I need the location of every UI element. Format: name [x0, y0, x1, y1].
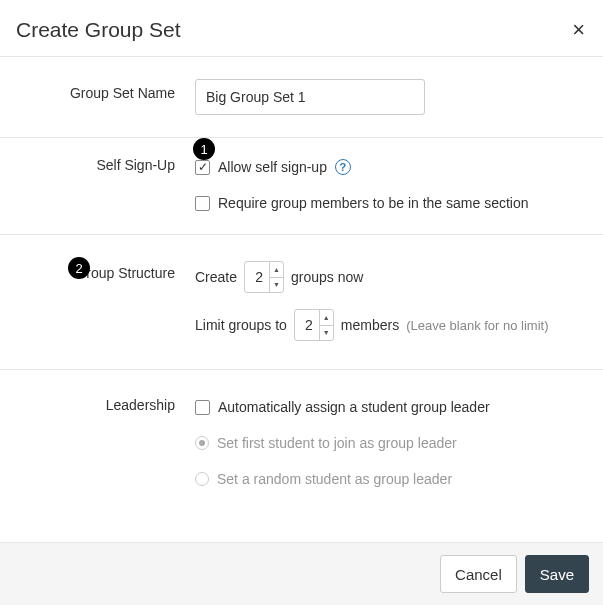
limit-groups-stepper[interactable]: 2 ▲ ▼: [294, 309, 334, 341]
modal-title: Create Group Set: [16, 18, 181, 42]
limit-groups-prefix: Limit groups to: [195, 317, 287, 333]
random-student-leader-label: Set a random student as group leader: [217, 471, 452, 487]
section-group-structure: Group Structure 2 Create 2 ▲ ▼ groups no…: [0, 235, 603, 370]
group-set-name-input[interactable]: [195, 79, 425, 115]
section-self-sign-up: Self Sign-Up 1 Allow self sign-up ? Requ…: [0, 138, 603, 235]
section-group-set-name: Group Set Name: [0, 57, 603, 138]
chevron-down-icon[interactable]: ▼: [320, 326, 333, 341]
create-group-set-modal: Create Group Set × Group Set Name Self S…: [0, 0, 603, 512]
annotation-badge-1: 1: [193, 138, 215, 160]
cancel-button[interactable]: Cancel: [440, 555, 517, 593]
create-groups-prefix: Create: [195, 269, 237, 285]
auto-assign-leader-label: Automatically assign a student group lea…: [218, 399, 490, 415]
stepper-controls: ▲ ▼: [269, 262, 283, 292]
allow-self-sign-up-checkbox[interactable]: [195, 160, 210, 175]
same-section-checkbox[interactable]: [195, 196, 210, 211]
leadership-label: Leadership: [106, 397, 175, 413]
modal-footer: Cancel Save: [0, 542, 603, 605]
group-set-name-label: Group Set Name: [0, 79, 195, 115]
same-section-label: Require group members to be in the same …: [218, 195, 529, 211]
first-student-leader-label: Set first student to join as group leade…: [217, 435, 457, 451]
close-icon[interactable]: ×: [572, 19, 585, 41]
group-structure-label: Group Structure: [75, 265, 175, 281]
self-sign-up-label: Self Sign-Up: [96, 157, 175, 173]
save-button[interactable]: Save: [525, 555, 589, 593]
allow-self-sign-up-label: Allow self sign-up: [218, 159, 327, 175]
chevron-up-icon[interactable]: ▲: [320, 310, 333, 326]
section-leadership: Leadership Automatically assign a studen…: [0, 370, 603, 512]
annotation-badge-2: 2: [68, 257, 90, 279]
random-student-leader-radio: [195, 472, 209, 486]
auto-assign-leader-checkbox[interactable]: [195, 400, 210, 415]
modal-header: Create Group Set ×: [0, 0, 603, 57]
chevron-up-icon[interactable]: ▲: [270, 262, 283, 278]
stepper-controls: ▲ ▼: [319, 310, 333, 340]
limit-groups-value: 2: [295, 310, 319, 340]
limit-groups-suffix: members: [341, 317, 399, 333]
create-groups-value: 2: [245, 262, 269, 292]
chevron-down-icon[interactable]: ▼: [270, 278, 283, 293]
help-icon[interactable]: ?: [335, 159, 351, 175]
limit-groups-hint: (Leave blank for no limit): [406, 318, 548, 333]
create-groups-suffix: groups now: [291, 269, 363, 285]
first-student-leader-radio: [195, 436, 209, 450]
create-groups-stepper[interactable]: 2 ▲ ▼: [244, 261, 284, 293]
